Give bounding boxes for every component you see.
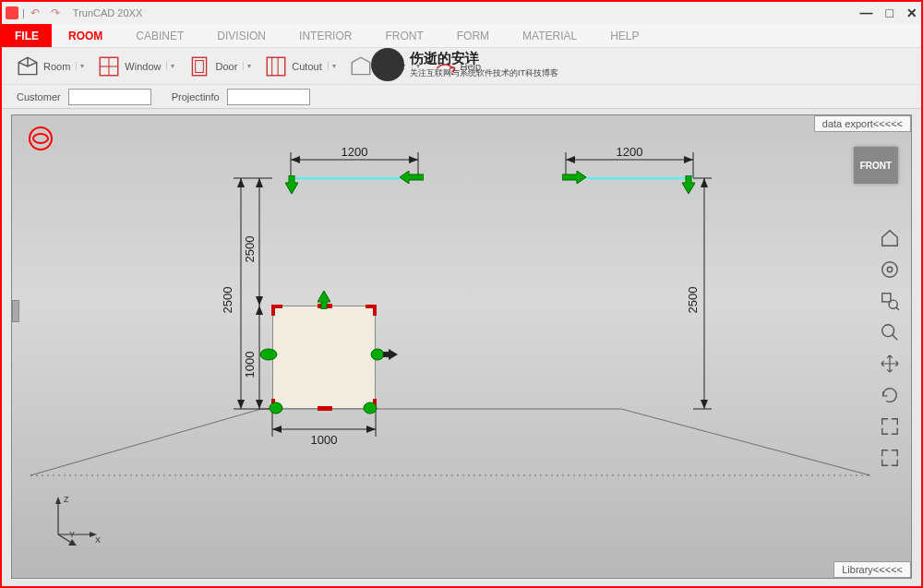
drag-handle-icon[interactable] bbox=[400, 171, 424, 184]
svg-marker-39 bbox=[256, 296, 263, 306]
drag-handle-icon[interactable] bbox=[370, 348, 398, 361]
svg-marker-38 bbox=[256, 178, 263, 187]
dim-height-left-outer: 2500 bbox=[221, 287, 234, 314]
svg-text:Y: Y bbox=[69, 530, 75, 539]
cutout-icon bbox=[264, 55, 288, 78]
customer-label: Customer bbox=[17, 91, 61, 102]
watermark-icon bbox=[371, 48, 404, 81]
room-object[interactable] bbox=[272, 306, 376, 409]
drag-handle-icon[interactable] bbox=[562, 171, 586, 184]
projectinfo-label: Projectinfo bbox=[172, 91, 220, 102]
svg-marker-64 bbox=[55, 497, 61, 504]
divider: | bbox=[22, 7, 25, 18]
svg-marker-44 bbox=[701, 178, 708, 187]
minimize-button[interactable]: — bbox=[860, 6, 873, 20]
drag-handle-icon[interactable] bbox=[269, 402, 283, 414]
svg-marker-45 bbox=[701, 400, 708, 409]
svg-marker-56 bbox=[682, 175, 695, 194]
svg-marker-55 bbox=[562, 171, 586, 184]
menu-division[interactable]: DIVISION bbox=[200, 24, 282, 47]
svg-marker-57 bbox=[318, 291, 330, 309]
drag-handle-icon[interactable] bbox=[259, 348, 278, 361]
menu-room[interactable]: ROOM bbox=[52, 24, 119, 47]
close-button[interactable]: ✕ bbox=[906, 6, 917, 20]
svg-point-62 bbox=[364, 402, 377, 414]
customer-input[interactable] bbox=[68, 89, 151, 105]
menu-cabinet[interactable]: CABINET bbox=[119, 24, 200, 47]
window-icon bbox=[97, 55, 121, 78]
svg-line-16 bbox=[30, 409, 261, 475]
dim-top-left: 1200 bbox=[342, 145, 368, 159]
menu-material[interactable]: MATERIAL bbox=[506, 24, 593, 47]
svg-marker-53 bbox=[285, 175, 298, 194]
menu-interior[interactable]: INTERIOR bbox=[282, 24, 368, 47]
mid-marker bbox=[318, 406, 332, 411]
menu-help[interactable]: HELP bbox=[593, 24, 655, 47]
svg-marker-54 bbox=[400, 171, 424, 184]
app-icon bbox=[6, 6, 18, 19]
tool-room[interactable]: Room ▾ bbox=[11, 53, 89, 80]
svg-marker-27 bbox=[566, 156, 575, 163]
svg-rect-4 bbox=[196, 60, 204, 72]
menu-form[interactable]: FORM bbox=[440, 24, 506, 47]
svg-marker-50 bbox=[366, 426, 376, 433]
dim-room-height: 1000 bbox=[243, 352, 257, 378]
tool-cutout[interactable]: Cutout ▾ bbox=[259, 53, 340, 80]
svg-marker-34 bbox=[237, 400, 245, 409]
maximize-button[interactable]: □ bbox=[886, 6, 893, 20]
corner-marker bbox=[271, 305, 282, 316]
drag-handle-icon[interactable] bbox=[682, 175, 695, 194]
svg-marker-42 bbox=[256, 400, 263, 409]
svg-marker-33 bbox=[237, 178, 245, 187]
svg-point-59 bbox=[371, 349, 384, 360]
tool-door[interactable]: Door ▾ bbox=[183, 53, 256, 80]
tool-window[interactable]: Window ▾ bbox=[92, 53, 179, 80]
menubar: FILE ROOM CABINET DIVISION INTERIOR FRON… bbox=[2, 24, 921, 48]
chevron-down-icon: ▾ bbox=[328, 62, 336, 70]
room-icon bbox=[16, 55, 40, 78]
chevron-down-icon: ▾ bbox=[166, 62, 174, 70]
door-icon bbox=[187, 55, 211, 78]
watermark: 伤逝的安详 关注互联网与系统软件技术的IT科技博客 bbox=[371, 48, 558, 81]
svg-rect-5 bbox=[268, 57, 286, 76]
svg-marker-60 bbox=[383, 349, 398, 360]
undo-icon[interactable]: ↶ bbox=[30, 6, 40, 19]
svg-marker-49 bbox=[272, 426, 282, 433]
svg-point-58 bbox=[260, 349, 277, 360]
menu-front[interactable]: FRONT bbox=[368, 24, 439, 47]
viewport[interactable]: data export<<<<< Library<<<<< FRONT 1200… bbox=[11, 114, 912, 579]
drawing-canvas: 1200 1200 2500 2500 1000 2500 bbox=[12, 115, 911, 578]
corner-marker bbox=[366, 305, 377, 316]
svg-line-18 bbox=[621, 409, 870, 475]
drag-handle-icon[interactable] bbox=[285, 175, 298, 194]
watermark-sub: 关注互联网与系统软件技术的IT科技博客 bbox=[410, 67, 558, 79]
axis-gizmo[interactable]: Z X Y bbox=[40, 493, 104, 552]
drag-handle-icon[interactable] bbox=[363, 402, 378, 414]
svg-marker-22 bbox=[409, 156, 418, 163]
poster-icon bbox=[349, 55, 373, 78]
svg-marker-41 bbox=[256, 306, 263, 315]
chevron-down-icon: ▾ bbox=[243, 62, 251, 70]
chevron-down-icon: ▾ bbox=[76, 62, 84, 70]
drag-handle-icon[interactable] bbox=[318, 291, 330, 309]
watermark-title: 伤逝的安详 bbox=[410, 50, 558, 67]
dim-room-width: 1000 bbox=[311, 433, 338, 447]
svg-text:Z: Z bbox=[64, 495, 69, 504]
dim-height-right: 2500 bbox=[686, 287, 700, 314]
window-title: TrunCAD 20XX bbox=[73, 7, 142, 18]
redo-icon[interactable]: ↷ bbox=[51, 6, 60, 19]
svg-marker-28 bbox=[684, 156, 693, 163]
titlebar: | ↶ ↷ TrunCAD 20XX — □ ✕ bbox=[2, 2, 921, 24]
dim-top-right: 1200 bbox=[617, 145, 643, 159]
svg-text:X: X bbox=[95, 535, 101, 545]
svg-point-61 bbox=[270, 402, 282, 414]
svg-marker-70 bbox=[68, 539, 77, 546]
projectinfo-input[interactable] bbox=[227, 89, 310, 105]
menu-file[interactable]: FILE bbox=[2, 24, 52, 47]
fieldbar: Customer Projectinfo bbox=[2, 85, 921, 109]
dim-height-left-inner: 2500 bbox=[243, 236, 257, 263]
svg-marker-21 bbox=[291, 156, 300, 163]
